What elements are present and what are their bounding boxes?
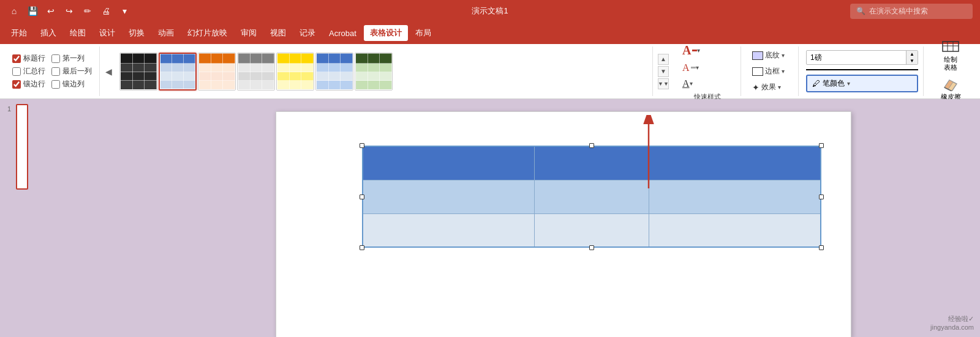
pen-color-button[interactable]: 🖊 笔颜色 ▾: [806, 75, 918, 92]
watermark-line1: 经验啦✓: [930, 314, 974, 324]
edit-icon[interactable]: ✏: [81, 4, 94, 18]
ribbon-section-text-tools: A ▾ A ▾ A ▾ 快速样式: [674, 46, 741, 96]
slide-canvas: [276, 111, 851, 337]
table-cell[interactable]: [363, 146, 535, 180]
style-swatch-orange[interactable]: [198, 53, 236, 91]
style-swatch-dark[interactable]: [119, 53, 157, 91]
check-label-total-row: 汇总行: [23, 66, 45, 76]
table-cell[interactable]: [363, 213, 535, 247]
handle-mid-left[interactable]: [360, 194, 364, 199]
content-area: 1: [0, 99, 980, 337]
shading-dropdown: ▾: [782, 52, 785, 59]
font-underline-icon: A: [682, 78, 690, 89]
text-tool-row-2: A ▾: [679, 61, 736, 75]
line-weight-spinbox[interactable]: ▲ ▼: [806, 50, 918, 65]
style-swatch-green[interactable]: [355, 53, 393, 91]
handle-top-left[interactable]: [360, 143, 364, 148]
font-small-dropdown: ▾: [696, 64, 699, 71]
menu-item-review[interactable]: 审阅: [235, 25, 263, 41]
line-weight-input[interactable]: [807, 52, 906, 63]
style-swatch-blue2[interactable]: [315, 53, 353, 91]
redo-icon[interactable]: ↪: [62, 4, 76, 18]
handle-mid-right[interactable]: [819, 194, 824, 199]
draw-table-label: 绘制表格: [944, 56, 957, 72]
ribbon-section-checkboxes: 标题行 第一列 汇总行 最后一列 镶边行 镶边列: [5, 46, 100, 96]
border-border-label: 边框: [765, 66, 780, 76]
menu-item-slideshow[interactable]: 幻灯片放映: [181, 25, 233, 41]
handle-bot-left[interactable]: [360, 245, 364, 250]
search-placeholder: 在演示文稿中搜索: [869, 6, 928, 17]
table-cell[interactable]: [535, 213, 649, 247]
checkbox-total-row[interactable]: [12, 67, 21, 76]
checkbox-banded-row[interactable]: [12, 80, 21, 89]
menu-item-layout[interactable]: 布局: [409, 25, 437, 41]
border-effect-button[interactable]: ✦ 效果 ▾: [748, 80, 785, 94]
draw-table-icon: [942, 41, 959, 54]
handle-bot-right[interactable]: [819, 245, 824, 250]
menu-item-start[interactable]: 开始: [5, 25, 33, 41]
style-swatch-blue[interactable]: [159, 53, 197, 91]
slide-thumbnail[interactable]: [16, 104, 28, 190]
menu-item-animation[interactable]: 动画: [152, 25, 180, 41]
font-small-button[interactable]: A ▾: [679, 61, 703, 75]
spinbox-down[interactable]: ▼: [907, 57, 918, 64]
style-scroll-left[interactable]: ◀: [102, 46, 115, 96]
menu-item-draw[interactable]: 绘图: [64, 25, 92, 41]
handle-top-mid[interactable]: [589, 143, 594, 148]
border-dropdown: ▾: [782, 68, 785, 75]
border-btn-row-1: 底纹 ▾: [748, 48, 793, 62]
table-cell[interactable]: [535, 180, 649, 213]
style-swatch-gray[interactable]: [237, 53, 275, 91]
more-icon[interactable]: ▾: [118, 4, 131, 18]
handle-top-right[interactable]: [819, 143, 824, 148]
menu-item-transition[interactable]: 切换: [123, 25, 151, 41]
font-large-button[interactable]: A ▾: [679, 42, 704, 59]
scroll-down-button[interactable]: ▼: [658, 66, 669, 77]
menu-bar: 开始 插入 绘图 设计 切换 动画 幻灯片放映 审阅 视图 记录 Acrobat…: [0, 22, 980, 44]
undo-icon[interactable]: ↩: [44, 4, 58, 18]
border-border-button[interactable]: 边框 ▾: [748, 64, 788, 78]
draw-table-button[interactable]: 绘制表格: [937, 39, 964, 74]
check-first-col: 第一列: [51, 53, 85, 64]
check-title-row: 标题行: [12, 53, 45, 64]
handle-bot-mid[interactable]: [589, 245, 594, 250]
table-cell[interactable]: [535, 146, 649, 180]
font-underline-button[interactable]: A ▾: [679, 76, 696, 91]
menu-item-insert[interactable]: 插入: [34, 25, 62, 41]
menu-item-view[interactable]: 视图: [264, 25, 292, 41]
scroll-more-button[interactable]: ▼▼: [658, 78, 669, 89]
save-icon[interactable]: 💾: [26, 4, 39, 18]
table-cell[interactable]: [649, 213, 821, 247]
slide-table-wrapper[interactable]: [362, 146, 821, 248]
checkbox-banded-col[interactable]: [51, 80, 60, 89]
check-label-banded-row: 镶边行: [23, 79, 45, 89]
checkbox-first-col[interactable]: [51, 54, 60, 63]
menu-item-acrobat[interactable]: Acrobat: [323, 26, 363, 40]
font-color-bar-2: [691, 67, 696, 69]
line-style-container: ▲ ▼: [806, 50, 918, 65]
menu-item-table-design[interactable]: 表格设计: [364, 25, 408, 41]
border-effect-label: 效果: [761, 82, 776, 92]
home-icon[interactable]: ⌂: [7, 4, 21, 18]
pen-color-dropdown: ▾: [847, 80, 850, 87]
spinbox-up[interactable]: ▲: [907, 51, 918, 57]
table-cell[interactable]: [363, 180, 535, 213]
menu-item-design[interactable]: 设计: [93, 25, 121, 41]
border-btn-row-3: ✦ 效果 ▾: [748, 80, 793, 94]
checkbox-last-col[interactable]: [51, 67, 60, 76]
table-cell[interactable]: [649, 180, 821, 213]
style-swatch-yellow[interactable]: [276, 53, 314, 91]
print-icon[interactable]: 🖨: [99, 4, 113, 18]
search-bar[interactable]: 🔍 在演示文稿中搜索: [850, 4, 973, 19]
slide-panel: 1: [5, 104, 142, 190]
check-banded-col: 镶边列: [51, 79, 85, 89]
scroll-up-button[interactable]: ▲: [658, 54, 669, 65]
checkbox-title-row[interactable]: [12, 54, 21, 63]
check-last-col: 最后一列: [51, 66, 92, 76]
effect-dropdown: ▾: [778, 84, 781, 91]
check-row-1: 标题行 第一列: [12, 53, 92, 64]
check-label-first-col: 第一列: [62, 53, 85, 64]
table-cell[interactable]: [649, 146, 821, 180]
menu-item-record[interactable]: 记录: [293, 25, 322, 41]
border-shading-button[interactable]: 底纹 ▾: [748, 48, 788, 62]
